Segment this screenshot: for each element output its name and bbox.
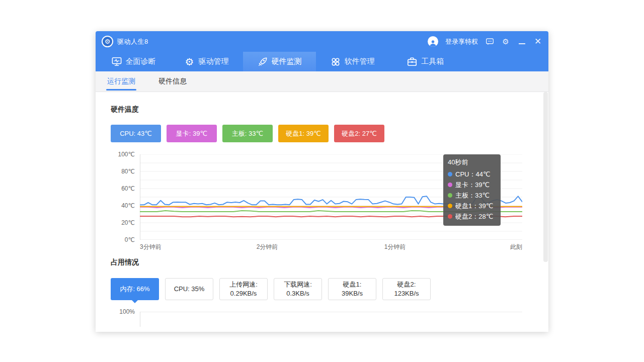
active-indicator-arrow: [132, 300, 138, 303]
tooltip-row: CPU：44℃: [448, 169, 496, 179]
usage-chart-partial: 100%: [111, 312, 533, 327]
temp-button-gpu[interactable]: 显卡: 39℃: [167, 125, 217, 142]
nav-tab-software[interactable]: 软件管理: [316, 52, 389, 71]
y-tick: 60℃: [121, 185, 135, 192]
y-tick: 0℃: [125, 236, 135, 243]
usage-button-disk2[interactable]: 硬盘2: 123KB/s: [382, 278, 431, 300]
usage-label-line1: 下载网速:: [284, 280, 312, 289]
tooltip-value: CPU：44℃: [455, 170, 491, 179]
content-area: 硬件温度 CPU: 43℃ 显卡: 39℃ 主板: 33℃ 硬盘1: 39℃ 硬…: [96, 92, 548, 332]
tooltip-row: 主板：33℃: [448, 190, 496, 201]
usage-label-line2: 0.3KB/s: [286, 289, 309, 298]
nav-tab-label: 软件管理: [345, 57, 375, 66]
subtab-running-monitor[interactable]: 运行监测: [106, 71, 136, 92]
temperature-section-title: 硬件温度: [111, 92, 533, 114]
nav-tab-label: 硬件监测: [272, 57, 302, 66]
hardware-rocket-icon: [258, 57, 268, 67]
sub-tabs: 运行监测 硬件信息: [96, 71, 548, 92]
motherboard-dot-icon: [448, 193, 452, 198]
app-title: 驱动人生8: [117, 37, 148, 46]
usage-button-download[interactable]: 下载网速: 0.3KB/s: [274, 278, 322, 300]
software-clover-icon: [331, 57, 341, 67]
x-tick: 1分钟前: [384, 243, 406, 251]
temperature-buttons: CPU: 43℃ 显卡: 39℃ 主板: 33℃ 硬盘1: 39℃ 硬盘2: 2…: [111, 125, 533, 142]
login-link[interactable]: 登录享特权: [445, 37, 478, 46]
usage-label-line1: 上传网速:: [229, 280, 258, 289]
nav-tab-driver[interactable]: ⚙ 驱动管理: [170, 52, 243, 71]
tooltip-time: 40秒前: [448, 158, 496, 167]
tooltip-row: 硬盘2：28℃: [448, 211, 496, 222]
x-tick: 此刻: [510, 243, 522, 251]
main-nav: 全面诊断 ⚙ 驱动管理 硬件监测 软件管理 工具箱: [96, 52, 548, 71]
subtab-hardware-info[interactable]: 硬件信息: [157, 71, 188, 92]
usage-button-upload[interactable]: 上传网速: 0.29KB/s: [219, 278, 268, 300]
temperature-chart[interactable]: 100℃ 80℃ 60℃ 40℃ 20℃ 0℃ 40秒前 CPU：44℃ 显卡：…: [111, 154, 533, 240]
usage-label-line1: 硬盘1:: [343, 280, 362, 289]
usage-chart-y-tick: 100%: [111, 308, 135, 315]
nav-tab-label: 驱动管理: [199, 57, 229, 66]
gpu-dot-icon: [448, 183, 452, 187]
tooltip-value: 显卡：39℃: [455, 180, 490, 190]
temp-button-disk1[interactable]: 硬盘1: 39℃: [278, 125, 329, 142]
usage-chart-top-gridline: [140, 312, 522, 312]
usage-buttons: 内存: 66% CPU: 35% 上传网速: 0.29KB/s 下载网速: 0.…: [111, 278, 533, 300]
y-tick: 40℃: [121, 202, 135, 209]
temp-chart-y-axis: 100℃ 80℃ 60℃ 40℃ 20℃ 0℃: [111, 154, 140, 240]
tooltip-row: 显卡：39℃: [448, 179, 496, 190]
tooltip-value: 主板：33℃: [455, 191, 490, 200]
scrollbar-track: [543, 92, 548, 332]
x-tick: 3分钟前: [140, 243, 162, 251]
chart-tooltip: 40秒前 CPU：44℃ 显卡：39℃ 主板：33℃ 硬盘1：39℃ 硬盘2：2…: [443, 154, 501, 226]
settings-gear-icon[interactable]: ⚙: [501, 37, 510, 46]
minimize-glyph: [519, 43, 525, 44]
nav-tab-label: 全面诊断: [126, 57, 156, 66]
temp-button-disk2[interactable]: 硬盘2: 27℃: [334, 125, 384, 142]
nav-tab-toolbox[interactable]: 工具箱: [389, 52, 462, 71]
disk1-dot-icon: [448, 204, 452, 208]
temp-button-cpu[interactable]: CPU: 43℃: [111, 125, 161, 142]
usage-label-line2: 123KB/s: [394, 289, 419, 298]
usage-button-memory[interactable]: 内存: 66%: [111, 278, 159, 300]
cpu-dot-icon: [448, 172, 452, 176]
disk2-dot-icon: [448, 214, 452, 219]
feedback-message-icon[interactable]: [485, 37, 494, 46]
user-avatar-icon[interactable]: [428, 36, 438, 47]
usage-label-line1: 硬盘2:: [397, 280, 416, 289]
scrollbar-thumb[interactable]: [543, 92, 548, 262]
app-logo-icon: ⚙: [102, 36, 113, 47]
title-bar: ⚙ 驱动人生8 登录享特权 ⚙ ✕: [96, 31, 548, 52]
nav-tab-hardware[interactable]: 硬件监测: [243, 52, 316, 71]
diagnosis-monitor-icon: [112, 57, 122, 67]
nav-tab-label: 工具箱: [421, 57, 444, 66]
close-button[interactable]: ✕: [533, 37, 542, 46]
minimize-button[interactable]: [517, 37, 526, 46]
y-tick: 20℃: [121, 219, 135, 226]
temp-chart-x-axis: 3分钟前 2分钟前 1分钟前 此刻: [140, 243, 522, 251]
tooltip-value: 硬盘1：39℃: [455, 202, 493, 211]
temp-button-motherboard[interactable]: 主板: 33℃: [222, 125, 273, 142]
y-tick: 80℃: [121, 168, 135, 175]
tooltip-row: 硬盘1：39℃: [448, 201, 496, 211]
usage-chart-y-axis-line: [140, 312, 140, 327]
toolbox-icon: [407, 57, 417, 67]
usage-label: 内存: 66%: [120, 285, 149, 294]
usage-button-disk1[interactable]: 硬盘1: 39KB/s: [328, 278, 376, 300]
app-window: ⚙ 驱动人生8 登录享特权 ⚙ ✕ 全面诊断 ⚙ 驱动管理: [96, 31, 548, 332]
usage-label-line2: 0.29KB/s: [230, 289, 257, 298]
temp-chart-plot-area[interactable]: 40秒前 CPU：44℃ 显卡：39℃ 主板：33℃ 硬盘1：39℃ 硬盘2：2…: [140, 154, 522, 240]
driver-gear-icon: ⚙: [185, 57, 195, 67]
tooltip-value: 硬盘2：28℃: [455, 212, 493, 221]
usage-label-line2: 39KB/s: [342, 289, 363, 298]
y-tick: 100℃: [118, 151, 135, 158]
nav-tab-diagnosis[interactable]: 全面诊断: [97, 52, 170, 71]
usage-button-cpu[interactable]: CPU: 35%: [165, 278, 213, 300]
usage-label: CPU: 35%: [174, 285, 205, 294]
x-tick: 2分钟前: [257, 243, 278, 251]
